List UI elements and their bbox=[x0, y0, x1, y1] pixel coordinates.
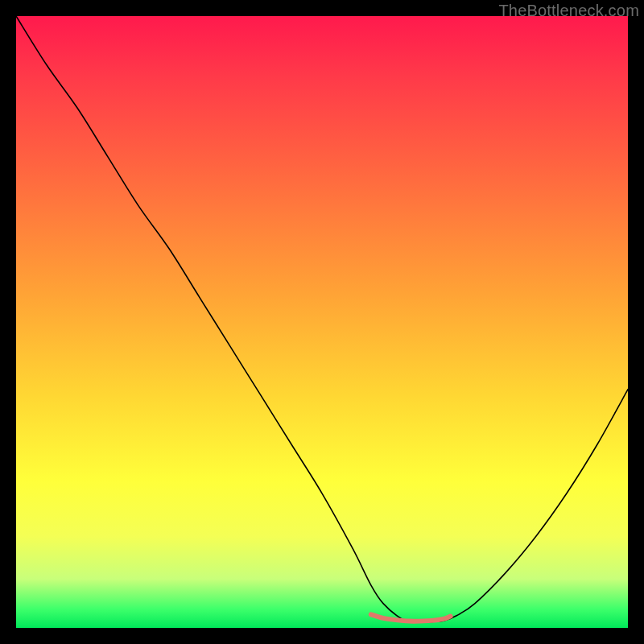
curves-svg bbox=[16, 16, 628, 628]
bottleneck-curve-path bbox=[16, 16, 628, 622]
plot-area bbox=[16, 16, 628, 628]
optimal-band-path bbox=[371, 614, 451, 621]
chart-frame: TheBottleneck.com bbox=[0, 0, 644, 644]
